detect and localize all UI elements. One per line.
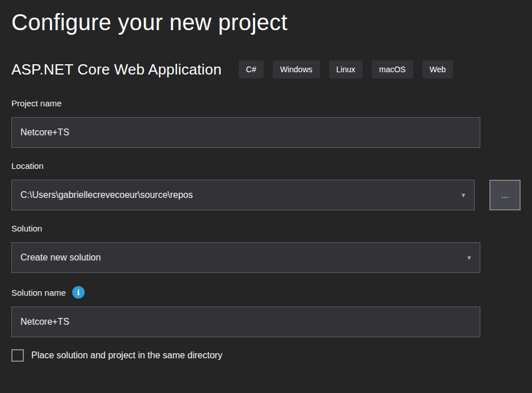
location-combobox[interactable]: C:\Users\gabriellecrevecoeur\source\repo… (11, 180, 475, 210)
project-name-label: Project name (11, 98, 521, 108)
location-value: C:\Users\gabriellecrevecoeur\source\repo… (20, 190, 193, 200)
tag-windows: Windows (273, 60, 320, 78)
chevron-down-icon: ▼ (460, 192, 467, 198)
location-field: Location C:\Users\gabriellecrevecoeur\so… (11, 161, 521, 210)
same-directory-checkbox-row[interactable]: Place solution and project in the same d… (11, 349, 521, 362)
configure-new-project-dialog: Configure your new project ASP.NET Core … (0, 0, 532, 393)
page-title: Configure your new project (11, 8, 521, 36)
tag-macos: macOS (372, 60, 413, 78)
solution-value: Create new solution (20, 253, 101, 263)
solution-name-field: Solution name i (11, 286, 521, 337)
solution-field: Solution Create new solution ▼ (11, 224, 521, 273)
tag-csharp: C# (239, 60, 264, 78)
template-info-row: ASP.NET Core Web Application C# Windows … (11, 60, 521, 78)
same-directory-label: Place solution and project in the same d… (31, 350, 222, 361)
info-icon[interactable]: i (72, 286, 85, 299)
solution-name-input[interactable] (11, 307, 480, 337)
solution-name-label: Solution name (11, 288, 66, 297)
project-name-input[interactable] (11, 117, 480, 148)
project-name-field: Project name (11, 98, 521, 148)
template-name: ASP.NET Core Web Application (11, 61, 222, 78)
browse-location-button[interactable]: … (489, 180, 521, 210)
location-label: Location (11, 161, 521, 171)
solution-combobox[interactable]: Create new solution ▼ (11, 242, 480, 273)
tag-web: Web (422, 60, 454, 78)
same-directory-checkbox[interactable] (11, 349, 24, 362)
solution-label: Solution (11, 224, 521, 233)
tag-linux: Linux (329, 60, 363, 78)
chevron-down-icon: ▼ (466, 255, 472, 261)
